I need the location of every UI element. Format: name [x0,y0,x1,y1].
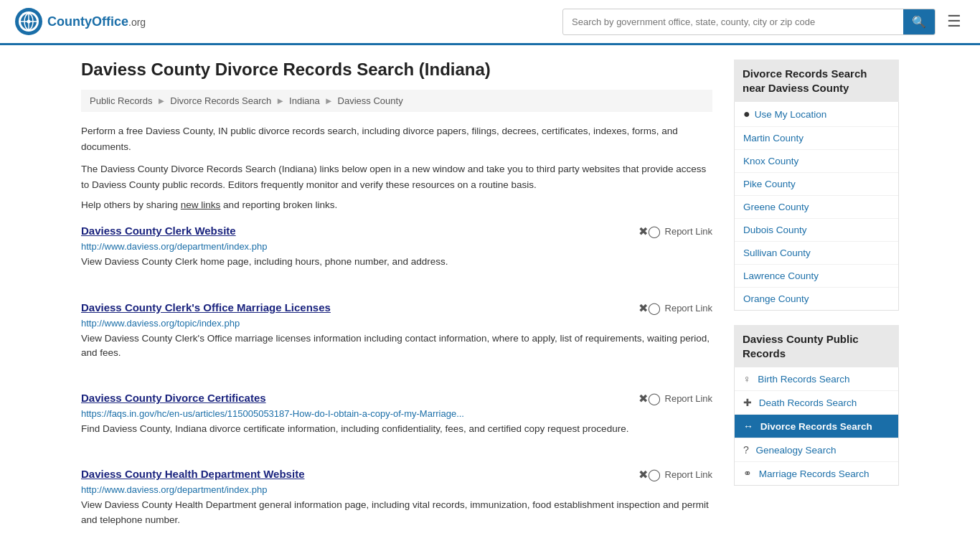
result-url[interactable]: http://www.daviess.org/department/index.… [81,484,712,495]
report-label: Report Link [665,303,712,314]
report-label: Report Link [665,469,712,480]
sidebar-item-lawrence-county[interactable]: Lawrence County [735,265,898,288]
report-link-button[interactable]: ✖◯ Report Link [639,301,712,315]
location-dot-icon: ● [743,108,750,121]
sidebar-public-records-section: Daviess County Public Records ♀ Birth Re… [734,325,899,486]
result-link[interactable]: Daviess County Clerk Website [81,225,236,237]
breadcrumb-current: Daviess County [338,95,403,106]
result-desc: View Daviess County Clerk home page, inc… [81,255,712,269]
sidebar-item-dubois-county[interactable]: Dubois County [735,219,898,242]
share-text-prefix: Help others by sharing [81,199,181,210]
report-label: Report Link [665,393,712,404]
report-icon: ✖◯ [639,468,661,481]
svg-point-6 [27,20,31,24]
report-link-button[interactable]: ✖◯ Report Link [639,468,712,481]
report-icon: ✖◯ [639,301,661,315]
report-link-button[interactable]: ✖◯ Report Link [639,225,712,238]
sidebar-item-genealogy[interactable]: ? Genealogy Search [735,438,898,462]
report-icon: ✖◯ [639,392,661,405]
page-title: Daviess County Divorce Records Search (I… [81,60,712,80]
sidebar-nearby-heading: Divorce Records Search near Daviess Coun… [734,60,899,102]
content-area: Daviess County Divorce Records Search (I… [81,60,712,551]
results-list: Daviess County Clerk Website ✖◯ Report L… [81,225,712,543]
result-header: Daviess County Divorce Certificates ✖◯ R… [81,392,712,405]
result-title: Daviess County Divorce Certificates [81,392,266,404]
sidebar-item-divorce-records[interactable]: ↔ Divorce Records Search [735,415,898,438]
sidebar-nearby-section: Divorce Records Search near Daviess Coun… [734,60,899,311]
main-container: Daviess County Divorce Records Search (I… [67,45,913,551]
sidebar-item-sullivan-county[interactable]: Sullivan County [735,242,898,265]
search-input[interactable] [563,11,903,33]
sidebar-use-location[interactable]: ● Use My Location [735,102,898,127]
share-text-suffix: and reporting broken links. [220,199,337,210]
sidebar-public-records-list: ♀ Birth Records Search ✚ Death Records S… [734,367,899,486]
logo-wordmark: CountyOffice.org [47,14,146,29]
hamburger-menu-icon[interactable]: ☰ [943,8,966,35]
search-bar: 🔍 [562,9,936,35]
sidebar-item-pike-county[interactable]: Pike County [735,173,898,196]
result-item: Daviess County Clerk Website ✖◯ Report L… [81,225,712,285]
breadcrumb: Public Records ► Divorce Records Search … [81,90,712,112]
result-header: Daviess County Clerk's Office Marriage L… [81,301,712,315]
result-header: Daviess County Clerk Website ✖◯ Report L… [81,225,712,238]
logo-icon [14,7,43,36]
result-url[interactable]: https://faqs.in.gov/hc/en-us/articles/11… [81,408,712,419]
marriage-records-icon: ⚭ [743,468,752,479]
result-link[interactable]: Daviess County Divorce Certificates [81,392,266,404]
breadcrumb-public-records[interactable]: Public Records [90,95,152,106]
breadcrumb-sep-3: ► [324,95,334,106]
breadcrumb-divorce-records-search[interactable]: Divorce Records Search [170,95,271,106]
new-links-link[interactable]: new links [181,199,221,210]
result-desc: View Daviess County Health Department ge… [81,498,712,527]
use-my-location-link[interactable]: Use My Location [755,109,827,120]
intro-paragraph-1: Perform a free Daviess County, IN public… [81,123,712,154]
report-link-button[interactable]: ✖◯ Report Link [639,392,712,405]
divorce-records-icon: ↔ [743,420,753,432]
intro-paragraph-2: The Daviess County Divorce Records Searc… [81,161,712,192]
header: CountyOffice.org 🔍 ☰ [0,0,980,45]
sidebar-item-orange-county[interactable]: Orange County [735,288,898,310]
result-url[interactable]: http://www.daviess.org/topic/index.php [81,318,712,329]
result-url[interactable]: http://www.daviess.org/department/index.… [81,241,712,252]
sidebar-item-death-records[interactable]: ✚ Death Records Search [735,391,898,415]
sidebar-item-knox-county[interactable]: Knox County [735,150,898,173]
sidebar-item-marriage-records[interactable]: ⚭ Marriage Records Search [735,462,898,485]
sidebar-item-birth-records[interactable]: ♀ Birth Records Search [735,367,898,391]
sidebar-item-greene-county[interactable]: Greene County [735,196,898,219]
genealogy-icon: ? [743,444,749,456]
header-right: 🔍 ☰ [562,8,966,35]
result-header: Daviess County Health Department Website… [81,468,712,481]
result-desc: Find Daviess County, Indiana divorce cer… [81,422,712,436]
breadcrumb-indiana[interactable]: Indiana [289,95,320,106]
result-item: Daviess County Health Department Website… [81,468,712,543]
sidebar: Divorce Records Search near Daviess Coun… [734,60,899,551]
report-icon: ✖◯ [639,225,661,238]
report-label: Report Link [665,226,712,237]
share-line: Help others by sharing new links and rep… [81,199,712,210]
result-title: Daviess County Health Department Website [81,468,304,480]
sidebar-item-martin-county[interactable]: Martin County [735,127,898,150]
result-link[interactable]: Daviess County Health Department Website [81,468,304,480]
logo[interactable]: CountyOffice.org [14,7,146,36]
result-title: Daviess County Clerk's Office Marriage L… [81,301,331,314]
sidebar-nearby-list: ● Use My Location Martin County Knox Cou… [734,102,899,311]
sidebar-public-records-heading: Daviess County Public Records [734,325,899,367]
search-button[interactable]: 🔍 [903,9,935,34]
result-title: Daviess County Clerk Website [81,225,236,237]
breadcrumb-sep-2: ► [275,95,285,106]
result-item: Daviess County Clerk's Office Marriage L… [81,301,712,377]
result-item: Daviess County Divorce Certificates ✖◯ R… [81,392,712,452]
birth-records-icon: ♀ [743,373,751,385]
death-records-icon: ✚ [743,397,752,408]
result-desc: View Daviess County Clerk's Office marri… [81,331,712,361]
result-link[interactable]: Daviess County Clerk's Office Marriage L… [81,301,331,314]
breadcrumb-sep-1: ► [156,95,166,106]
